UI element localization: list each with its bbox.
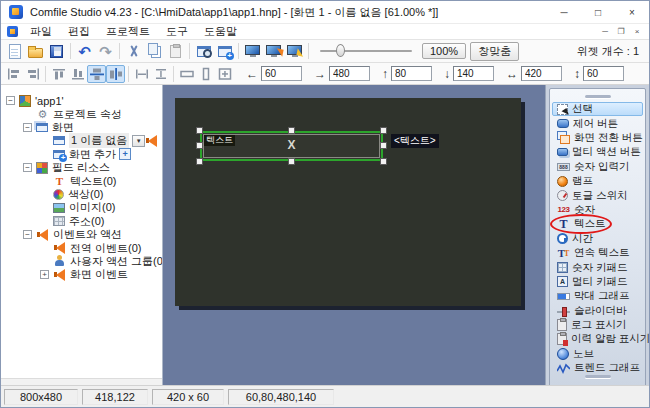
resize-handle-se[interactable] [380, 158, 387, 165]
text-widget[interactable]: 텍스트 X [200, 131, 383, 161]
align-bottom-button[interactable] [68, 65, 87, 83]
resize-width-button[interactable] [177, 65, 196, 83]
zoom-level-button[interactable]: 100% [422, 43, 466, 59]
mdi-minimize-button[interactable]: ─ [597, 27, 613, 36]
resize-handle-nw[interactable] [196, 127, 203, 134]
tree-item-screen-1[interactable]: 1 이름 없음 ▼ (0) [1, 134, 162, 147]
palette-item-slider-bar[interactable]: 슬라이더바 [552, 303, 643, 317]
menu-project[interactable]: 프로젝트 [98, 24, 158, 39]
width-input[interactable] [521, 66, 562, 81]
menu-help[interactable]: 도움말 [196, 24, 245, 39]
tree-horizontal-scrollbar[interactable] [1, 378, 162, 385]
align-left-button[interactable] [4, 65, 23, 83]
mdi-restore-button[interactable]: ❐ [613, 27, 629, 36]
resize-handle-w[interactable] [196, 142, 203, 149]
tree-item-screens[interactable]: − 화면 [1, 121, 162, 134]
tree-expander [40, 190, 49, 199]
design-canvas[interactable]: 텍스트 X <텍스트> [163, 85, 545, 385]
resize-handle-n[interactable] [288, 127, 295, 134]
bottom-coordinate-input[interactable] [453, 66, 494, 81]
top-coordinate-input[interactable] [391, 66, 432, 81]
palette-item-trend-graph[interactable]: 트렌드 그래프 [552, 361, 643, 375]
height-input[interactable] [583, 66, 624, 81]
resize-handle-e[interactable] [380, 142, 387, 149]
zoom-slider-thumb[interactable] [336, 44, 345, 57]
center-vertical-button[interactable] [106, 65, 125, 83]
tree-item-events-actions[interactable]: − 이벤트와 액션 [1, 228, 162, 241]
close-button[interactable]: × [615, 1, 649, 23]
screen-dropdown-button[interactable]: ▼ [132, 135, 145, 147]
left-coordinate-input[interactable] [261, 66, 302, 81]
menu-edit[interactable]: 편집 [60, 24, 98, 39]
tree-item-screen-events[interactable]: + 화면 이벤트 [1, 268, 162, 281]
palette-item-multi-action-button[interactable]: 멀티 액션 버튼 [552, 145, 643, 159]
tree-expander[interactable]: − [6, 96, 15, 105]
maximize-button[interactable]: □ [581, 1, 615, 23]
resize-height-button[interactable] [196, 65, 215, 83]
device-monitor-button[interactable] [242, 42, 263, 61]
same-size-button[interactable] [215, 65, 234, 83]
tree-expander[interactable]: − [23, 230, 32, 239]
palette-item-alarm-history[interactable]: 이력 알람 표시기 [552, 332, 643, 346]
resize-handle-ne[interactable] [380, 127, 387, 134]
align-top-button[interactable] [49, 65, 68, 83]
tree-item-color-resource[interactable]: 색상(0) [1, 188, 162, 201]
save-button[interactable] [46, 42, 67, 61]
palette-item-number[interactable]: 숫자 [552, 203, 643, 217]
tree-item-user-action-group[interactable]: 사용자 액션 그룹(0) [1, 255, 162, 268]
tree-item-field-resources[interactable]: − 필드 리소스 [1, 161, 162, 174]
palette-item-time[interactable]: 시간 [552, 232, 643, 246]
paste-button[interactable] [165, 42, 186, 61]
tree-item-text-resource[interactable]: T 텍스트(0) [1, 174, 162, 187]
device-download-button[interactable] [263, 42, 284, 61]
palette-item-text[interactable]: 텍스트 [552, 217, 643, 231]
palette-item-numeric-keypad[interactable]: 숫자 키패드 [552, 260, 643, 274]
palette-grip[interactable] [585, 95, 611, 98]
tree-item-image-resource[interactable]: 이미지(0) [1, 201, 162, 214]
palette-item-multi-keypad[interactable]: 멀티 키패드 [552, 275, 643, 289]
palette-item-select[interactable]: 선택 [552, 102, 643, 116]
tree-item-global-events[interactable]: 전역 이벤트(0) [1, 241, 162, 254]
palette-item-number-input[interactable]: 숫자 입력기 [552, 160, 643, 174]
undo-button[interactable]: ↶ [74, 42, 95, 61]
resize-handle-s[interactable] [288, 158, 295, 165]
tree-expander[interactable]: − [23, 123, 32, 132]
palette-item-lamp[interactable]: 램프 [552, 174, 643, 188]
hmi-screen[interactable]: 텍스트 X <텍스트> [175, 98, 521, 306]
zoom-slider[interactable] [320, 43, 412, 59]
palette-item-log-viewer[interactable]: 로그 표시기 [552, 318, 643, 332]
open-file-button[interactable] [25, 42, 46, 61]
palette-item-screen-switch-button[interactable]: 화면 전환 버튼 [552, 131, 643, 145]
add-screen-button[interactable]: + [119, 148, 131, 160]
palette-item-bar-graph[interactable]: 막대 그래프 [552, 289, 643, 303]
mdi-close-button[interactable]: × [629, 27, 645, 36]
copy-button[interactable] [144, 42, 165, 61]
right-coordinate-input[interactable] [329, 66, 370, 81]
tree-item-project-properties[interactable]: ⚙ 프로젝트 속성 [1, 107, 162, 120]
tree-expander[interactable]: + [40, 270, 49, 279]
tree-item-address-resource[interactable]: 주소(0) [1, 215, 162, 228]
cut-button[interactable] [123, 42, 144, 61]
same-width-button[interactable] [132, 65, 151, 83]
center-horizontal-button[interactable] [87, 65, 106, 83]
palette-bottom-grip[interactable] [585, 375, 611, 378]
resize-handle-sw[interactable] [196, 158, 203, 165]
palette-item-knob[interactable]: 노브 [552, 347, 643, 361]
palette-item-toggle-switch[interactable]: 토글 스위치 [552, 188, 643, 202]
tree-expander[interactable]: − [23, 163, 32, 172]
menu-file[interactable]: 파일 [22, 24, 60, 39]
same-height-button[interactable] [151, 65, 170, 83]
minimize-button[interactable]: ─ [547, 1, 581, 23]
screen-preview-button[interactable] [193, 42, 214, 61]
menu-tools[interactable]: 도구 [158, 24, 196, 39]
device-upload-button[interactable] [284, 42, 305, 61]
palette-item-scrolling-text[interactable]: 연속 텍스트 [552, 246, 643, 260]
tree-item-app1[interactable]: − 'app1' [1, 94, 162, 107]
new-file-button[interactable] [4, 42, 25, 61]
screen-add-button[interactable] [214, 42, 235, 61]
align-right-button[interactable] [23, 65, 42, 83]
palette-item-control-button[interactable]: 제어 버튼 [552, 116, 643, 130]
tree-item-add-screen[interactable]: 화면 추가 + [1, 148, 162, 161]
redo-button[interactable]: ↷ [95, 42, 116, 61]
fit-window-button[interactable]: 창맞춤 [470, 42, 519, 61]
